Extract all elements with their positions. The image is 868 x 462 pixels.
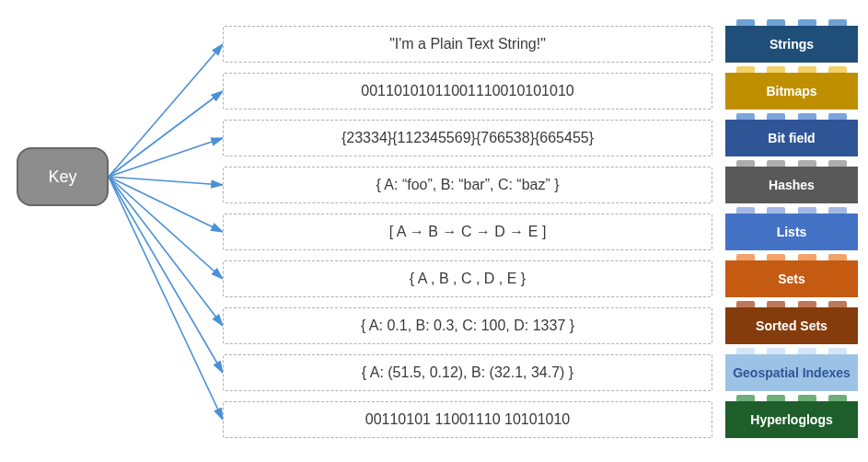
type-label: Sorted Sets [756, 318, 827, 333]
value-box: {23334}{112345569}{766538}{665455} [223, 120, 712, 156]
arrow [109, 91, 223, 177]
value-text: { A: (51.5, 0.12), B: (32.1, 34.7) } [362, 364, 573, 381]
lego-studs [736, 66, 847, 74]
value-box: "I'm a Plain Text String!" [223, 26, 712, 63]
type-badge: Bit field [725, 120, 858, 156]
lego-studs [736, 395, 847, 402]
arrow [109, 177, 223, 279]
type-badge: Strings [725, 26, 858, 63]
value-box: { A: 0.1, B: 0.3, C: 100, D: 1337 } [223, 307, 712, 344]
arrow [109, 177, 223, 373]
type-badge: Sorted Sets [725, 307, 858, 344]
value-box: { A: (51.5, 0.12), B: (32.1, 34.7) } [223, 354, 712, 391]
type-badge: Hyperloglogs [725, 401, 858, 438]
diagram-canvas: Key "I'm a Plain Text String!"Strings001… [0, 0, 868, 462]
arrow [109, 177, 223, 326]
arrow [109, 177, 223, 232]
lego-studs [736, 113, 847, 121]
type-label: Bit field [768, 131, 815, 145]
type-badge: Bitmaps [725, 73, 858, 110]
type-badge: Hashes [725, 167, 858, 203]
type-label: Hashes [769, 178, 815, 192]
lego-studs [736, 301, 847, 308]
type-badge: Geospatial Indexes [725, 354, 858, 391]
arrow [109, 177, 223, 185]
value-text: 00110101 11001110 10101010 [365, 411, 570, 428]
lego-studs [736, 348, 847, 355]
arrow [109, 44, 223, 177]
value-box: { A: “foo”, B: “bar”, C: “baz” } [223, 167, 712, 203]
value-text: {23334}{112345569}{766538}{665455} [341, 130, 594, 146]
arrow [109, 138, 223, 177]
lego-studs [736, 207, 847, 214]
type-label: Lists [777, 225, 807, 239]
lego-studs [736, 254, 847, 261]
type-label: Hyperloglogs [750, 412, 832, 427]
value-text: { A: 0.1, B: 0.3, C: 100, D: 1337 } [361, 318, 574, 334]
lego-studs [736, 19, 847, 27]
key-node: Key [17, 147, 109, 206]
type-badge: Sets [725, 260, 858, 297]
type-label: Bitmaps [766, 84, 816, 98]
arrow [109, 177, 223, 420]
value-box: [ A → B → C → D → E ] [223, 214, 712, 250]
type-badge: Lists [725, 214, 858, 250]
value-text: { A: “foo”, B: “bar”, C: “baz” } [376, 177, 559, 193]
value-text: { A , B , C , D , E } [410, 271, 526, 287]
type-label: Geospatial Indexes [733, 365, 851, 380]
value-text: [ A → B → C → D → E ] [389, 224, 547, 240]
value-box: { A , B , C , D , E } [223, 260, 712, 297]
value-box: 00110101 11001110 10101010 [223, 401, 712, 438]
type-label: Sets [778, 271, 805, 286]
value-box: 00110101011001110010101010 [223, 73, 712, 110]
lego-studs [736, 160, 847, 167]
value-text: 00110101011001110010101010 [361, 83, 573, 99]
type-label: Strings [770, 37, 814, 52]
value-text: "I'm a Plain Text String!" [389, 36, 546, 52]
key-label: Key [48, 167, 76, 187]
